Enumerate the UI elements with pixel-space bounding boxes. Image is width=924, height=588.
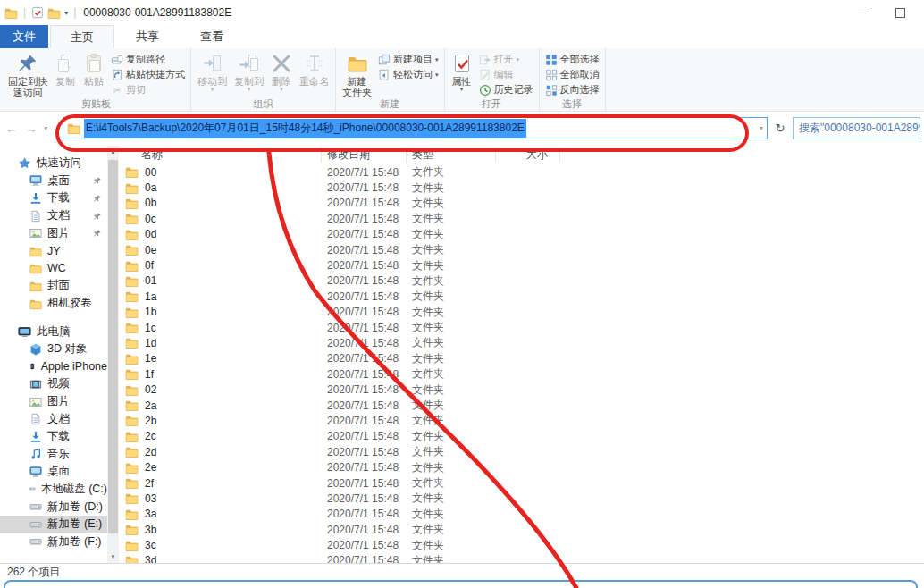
sidebar-item-quick-access[interactable]: 快速访问 bbox=[0, 155, 107, 172]
sidebar-item-cover[interactable]: 封面 bbox=[0, 277, 107, 295]
column-headers: 名称修改日期类型大小 bbox=[120, 146, 924, 164]
ribbon-button-new-folder[interactable]: 新建文件夹 bbox=[339, 50, 375, 97]
folder-icon bbox=[125, 555, 139, 563]
ribbon-button-select-none[interactable]: 全部取消 bbox=[542, 67, 602, 82]
column-header-type[interactable]: 类型 bbox=[407, 147, 496, 163]
minimize-button[interactable] bbox=[844, 0, 881, 25]
sidebar-item-documents[interactable]: 文档 bbox=[0, 207, 107, 225]
ribbon-button-easy-access[interactable]: 轻松访问▾ bbox=[375, 67, 441, 82]
sidebar-item-new-volume-f[interactable]: 新加卷 (F:) bbox=[0, 533, 107, 550]
properties-check-icon[interactable] bbox=[31, 6, 44, 19]
up-icon[interactable]: ↑ bbox=[55, 122, 61, 136]
ribbon-button-paste[interactable]: 粘贴 bbox=[80, 50, 108, 97]
ribbon-button-copy-path[interactable]: 复制路径 bbox=[108, 52, 188, 67]
ribbon-button-column: 新建项目▾轻松访问▾ bbox=[375, 50, 441, 97]
table-row[interactable]: 1e2020/7/1 15:48文件夹 bbox=[120, 351, 924, 366]
ribbon-button-move-to[interactable]: 移动到▾ bbox=[194, 50, 231, 97]
table-row[interactable]: 1d2020/7/1 15:48文件夹 bbox=[120, 335, 924, 350]
sidebar-item-documents-pc[interactable]: 文档 bbox=[0, 410, 107, 428]
column-header-name[interactable]: 名称 bbox=[120, 147, 322, 163]
table-row[interactable]: 0e2020/7/1 15:48文件夹 bbox=[120, 242, 924, 257]
ribbon-button-properties[interactable]: 属性▾ bbox=[448, 50, 476, 97]
sidebar-item-pictures-pc[interactable]: 图片 bbox=[0, 393, 107, 411]
ribbon-group: 属性▾打开▾编辑历史记录打开 bbox=[445, 48, 540, 111]
scroll-up-icon[interactable]: ▲ bbox=[107, 146, 119, 158]
forward-icon[interactable]: → bbox=[25, 122, 38, 136]
sidebar-item-downloads[interactable]: 下载 bbox=[0, 189, 107, 207]
address-dropdown-caret-icon[interactable]: ▾ bbox=[760, 124, 763, 132]
table-row[interactable]: 3d2020/7/1 15:48文件夹 bbox=[120, 553, 924, 563]
scrollbar-thumb[interactable] bbox=[108, 160, 118, 533]
table-row[interactable]: 3c2020/7/1 15:48文件夹 bbox=[120, 537, 924, 552]
ribbon-button-history[interactable]: 历史记录 bbox=[476, 82, 536, 97]
scroll-down-icon[interactable]: ▼ bbox=[107, 550, 119, 563]
file-type-cell: 文件夹 bbox=[407, 538, 496, 553]
table-row[interactable]: 002020/7/1 15:48文件夹 bbox=[120, 164, 924, 180]
sidebar-item-new-volume-e[interactable]: 新加卷 (E:) bbox=[0, 516, 107, 533]
ribbon-button-paste-shortcut[interactable]: 粘贴快捷方式 bbox=[108, 67, 188, 82]
table-row[interactable]: 0d2020/7/1 15:48文件夹 bbox=[120, 227, 924, 242]
column-header-size[interactable]: 大小 bbox=[496, 147, 560, 163]
table-row[interactable]: 3b2020/7/1 15:48文件夹 bbox=[120, 522, 924, 537]
sidebar-item-pictures[interactable]: 图片 bbox=[0, 224, 107, 242]
table-row[interactable]: 2f2020/7/1 15:48文件夹 bbox=[120, 475, 924, 491]
sidebar-item-desktop-pc[interactable]: 桌面 bbox=[0, 463, 107, 481]
sidebar-item-desktop[interactable]: 桌面 bbox=[0, 172, 107, 190]
tab-home[interactable]: 主页 bbox=[50, 25, 114, 48]
table-row[interactable]: 2b2020/7/1 15:48文件夹 bbox=[120, 413, 924, 428]
ribbon-button-select-all[interactable]: 全部选择 bbox=[542, 52, 602, 67]
table-row[interactable]: 032020/7/1 15:48文件夹 bbox=[120, 491, 924, 506]
sidebar-item-downloads-pc[interactable]: 下载 bbox=[0, 428, 107, 446]
sidebar-item-wc[interactable]: WC bbox=[0, 260, 107, 278]
sidebar-item-this-pc[interactable]: 此电脑 bbox=[0, 323, 107, 340]
recent-locations-caret-icon[interactable]: ▾ bbox=[44, 124, 47, 132]
maximize-button[interactable] bbox=[881, 0, 919, 25]
table-row[interactable]: 022020/7/1 15:48文件夹 bbox=[120, 382, 924, 397]
table-row[interactable]: 2c2020/7/1 15:48文件夹 bbox=[120, 429, 924, 444]
ribbon-button-copy-to[interactable]: 复制到▾ bbox=[231, 50, 267, 97]
table-row[interactable]: 1a2020/7/1 15:48文件夹 bbox=[120, 289, 924, 304]
back-icon[interactable]: ← bbox=[5, 122, 18, 136]
tab-share[interactable]: 共享 bbox=[116, 25, 179, 48]
tab-view[interactable]: 查看 bbox=[181, 25, 243, 48]
table-row[interactable]: 012020/7/1 15:48文件夹 bbox=[120, 273, 924, 289]
caret-down-icon: ▾ bbox=[435, 72, 439, 78]
sidebar-scrollbar[interactable]: ▲ ▼ bbox=[107, 146, 119, 563]
column-header-date-modified[interactable]: 修改日期 bbox=[322, 147, 407, 163]
sidebar-item-apple-iphone[interactable]: Apple iPhone bbox=[0, 358, 107, 376]
search-input[interactable]: 搜索"00008030-001A28991... bbox=[793, 117, 920, 139]
table-row[interactable]: 1b2020/7/1 15:48文件夹 bbox=[120, 305, 924, 320]
ribbon-button-pin-to-quick-access[interactable]: 固定到快速访问 bbox=[4, 50, 51, 97]
address-bar[interactable]: E:\i4Tools7\Backup\2020年07月01日_15时48分14秒… bbox=[63, 117, 768, 139]
table-row[interactable]: 1c2020/7/1 15:48文件夹 bbox=[120, 320, 924, 335]
ribbon-button-delete[interactable]: 删除▾ bbox=[267, 50, 296, 97]
sidebar-item-jy[interactable]: JY bbox=[0, 242, 107, 260]
table-row[interactable]: 2e2020/7/1 15:48文件夹 bbox=[120, 459, 924, 475]
address-path-selected[interactable]: E:\i4Tools7\Backup\2020年07月01日_15时48分14秒… bbox=[84, 119, 526, 138]
sidebar-item-videos[interactable]: 视频 bbox=[0, 375, 107, 393]
ribbon-button-cut[interactable]: ✂剪切 bbox=[108, 82, 188, 97]
table-row[interactable]: 0c2020/7/1 15:48文件夹 bbox=[120, 211, 924, 226]
folder-icon[interactable] bbox=[47, 7, 61, 19]
ribbon-button-invert-selection[interactable]: 反向选择 bbox=[542, 82, 602, 97]
table-row[interactable]: 1f2020/7/1 15:48文件夹 bbox=[120, 366, 924, 382]
sidebar-item-camera-roll[interactable]: 相机胶卷 bbox=[0, 295, 107, 313]
refresh-button[interactable]: ↻ bbox=[770, 117, 790, 139]
ribbon-button-rename[interactable]: 重命名 bbox=[296, 50, 332, 97]
table-row[interactable]: 2a2020/7/1 15:48文件夹 bbox=[120, 398, 924, 413]
sidebar-item-music[interactable]: 音乐 bbox=[0, 446, 107, 464]
ribbon-button-open[interactable]: 打开▾ bbox=[476, 52, 536, 67]
sidebar-item-new-volume-d[interactable]: 新加卷 (D:) bbox=[0, 498, 107, 516]
sidebar-item-3d-objects[interactable]: 3D 对象 bbox=[0, 340, 107, 358]
table-row[interactable]: 0a2020/7/1 15:48文件夹 bbox=[120, 180, 924, 195]
tab-file[interactable]: 文件 bbox=[0, 25, 48, 48]
table-row[interactable]: 3a2020/7/1 15:48文件夹 bbox=[120, 507, 924, 522]
qat-customize-caret-icon[interactable]: ▾ bbox=[64, 9, 68, 17]
table-row[interactable]: 2d2020/7/1 15:48文件夹 bbox=[120, 444, 924, 459]
ribbon-button-edit[interactable]: 编辑 bbox=[476, 67, 536, 82]
table-row[interactable]: 0b2020/7/1 15:48文件夹 bbox=[120, 196, 924, 211]
table-row[interactable]: 0f2020/7/1 15:48文件夹 bbox=[120, 257, 924, 273]
ribbon-button-new-item[interactable]: 新建项目▾ bbox=[375, 52, 441, 67]
sidebar-item-local-disk-c[interactable]: 本地磁盘 (C:) bbox=[0, 481, 107, 499]
ribbon-button-copy[interactable]: 复制 bbox=[51, 50, 80, 97]
